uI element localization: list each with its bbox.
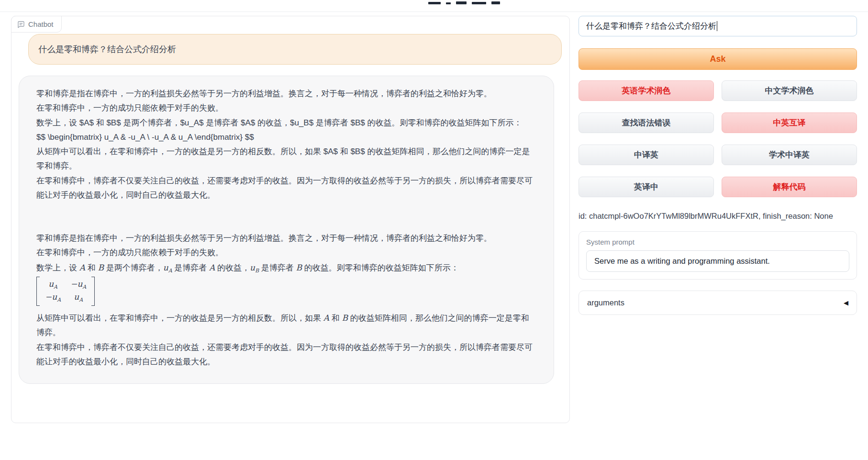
bot-paragraph: 在零和博弈中，一方的成功只能依赖于对手的失败。 <box>36 246 536 260</box>
chatbot-panel: Chatbot 什么是零和博弈？结合公式介绍分析 零和博弈是指在博弈中，一方的利… <box>11 16 570 423</box>
bot-paragraph: 在零和博弈中，博弈者不仅要关注自己的收益，还需要考虑对手的收益。因为一方取得的收… <box>36 174 536 203</box>
question-input-value: 什么是零和博弈？结合公式介绍分析 <box>586 21 716 32</box>
quick-button-zh-to-en[interactable]: 中译英 <box>579 145 714 165</box>
question-input[interactable]: 什么是零和博弈？结合公式介绍分析 <box>579 16 857 36</box>
quick-button-chinese-academic-polish[interactable]: 中文学术润色 <box>722 80 857 101</box>
payoff-matrix: uA−uA−uAuA <box>36 277 95 305</box>
system-prompt-label: System prompt <box>586 238 849 246</box>
text-cursor <box>717 21 717 31</box>
user-message-text: 什么是零和博弈？结合公式介绍分析 <box>38 45 176 54</box>
ask-button[interactable]: Ask <box>579 48 857 70</box>
quick-actions-grid: 英语学术润色 中文学术润色 查找语法错误 中英互译 中译英 学术中译英 英译中 … <box>579 80 857 197</box>
block-spacer <box>36 202 536 231</box>
bot-paragraph: 在零和博弈中，一方的成功只能依赖于对手的失败。 <box>36 101 536 115</box>
clipped-page-title <box>428 0 505 4</box>
bot-paragraph-with-math: 数学上，设 A 和 B 是两个博弈者，uA 是博弈者 A 的收益，uB 是博弈者… <box>36 260 536 276</box>
bot-paragraph-with-math: 从矩阵中可以看出，在零和博弈中，一方的收益是另一方的相反数。所以，如果 A 和 … <box>36 311 536 340</box>
bot-raw-latex-block: 零和博弈是指在博弈中，一方的利益损失必然等于另一方的利益增益。换言之，对于每一种… <box>36 87 536 202</box>
system-prompt-input[interactable]: Serve me as a writing and programming as… <box>586 250 849 272</box>
bot-message-bubble: 零和博弈是指在博弈中，一方的利益损失必然等于另一方的利益增益。换言之，对于每一种… <box>19 76 554 384</box>
user-message-bubble: 什么是零和博弈？结合公式介绍分析 <box>28 34 562 65</box>
chatbot-panel-label: Chatbot <box>11 16 62 33</box>
bot-paragraph: 从矩阵中可以看出，在零和博弈中，一方的收益是另一方的相反数。所以，如果 $A$ … <box>36 145 536 174</box>
arguments-accordion-label: arguments <box>587 298 624 307</box>
quick-button-zh-en-mutual-translate[interactable]: 中英互译 <box>722 112 857 133</box>
system-prompt-card: System prompt Serve me as a writing and … <box>579 231 857 280</box>
top-divider <box>0 11 868 12</box>
response-status-line: id: chatcmpl-6wOo7KrYTwMl89lbrMWRu4UkFFX… <box>579 212 857 221</box>
controls-column: 什么是零和博弈？结合公式介绍分析 Ask 英语学术润色 中文学术润色 查找语法错… <box>579 16 857 315</box>
quick-button-en-to-zh[interactable]: 英译中 <box>579 177 714 197</box>
collapse-triangle-icon[interactable]: ◀ <box>844 299 848 306</box>
arguments-accordion-header[interactable]: arguments ◀ <box>579 291 857 315</box>
bot-paragraph-latex-formula: $$ \begin{bmatrix} u_A & -u_A \ -u_A & u… <box>36 130 536 145</box>
quick-button-english-academic-polish[interactable]: 英语学术润色 <box>579 80 714 101</box>
quick-button-academic-zh-to-en[interactable]: 学术中译英 <box>722 145 857 165</box>
quick-button-explain-code[interactable]: 解释代码 <box>722 177 857 197</box>
quick-button-find-grammar-errors[interactable]: 查找语法错误 <box>579 112 714 133</box>
bot-paragraph: 数学上，设 $A$ 和 $B$ 是两个博弈者，$u_A$ 是博弈者 $A$ 的收… <box>36 116 536 130</box>
bot-paragraph: 零和博弈是指在博弈中，一方的利益损失必然等于另一方的利益增益。换言之，对于每一种… <box>36 87 536 101</box>
bot-rendered-math-block: 零和博弈是指在博弈中，一方的利益损失必然等于另一方的利益增益。换言之，对于每一种… <box>36 231 536 369</box>
bot-paragraph: 零和博弈是指在博弈中，一方的利益损失必然等于另一方的利益增益。换言之，对于每一种… <box>36 231 536 246</box>
system-prompt-value: Serve me as a writing and programming as… <box>594 257 770 266</box>
speech-bubble-icon <box>17 21 25 28</box>
chatbot-panel-label-text: Chatbot <box>28 20 54 28</box>
bot-paragraph: 在零和博弈中，博弈者不仅要关注自己的收益，还需要考虑对手的收益。因为一方取得的收… <box>36 340 536 370</box>
